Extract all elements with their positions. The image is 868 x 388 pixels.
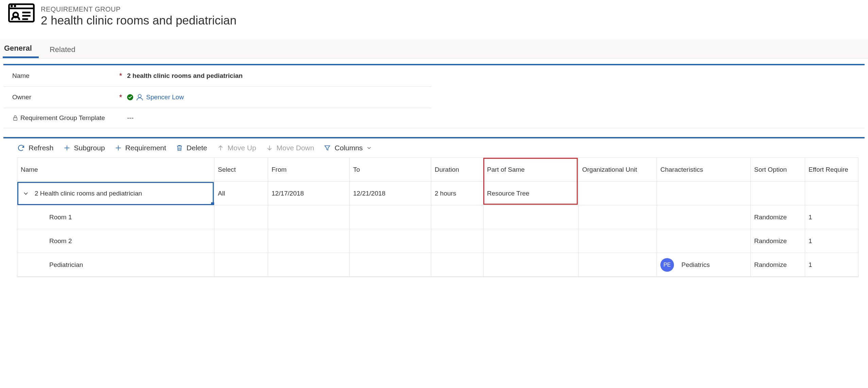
cell-name[interactable]: Room 1 bbox=[17, 205, 214, 229]
refresh-button[interactable]: Refresh bbox=[17, 144, 54, 152]
cell-select[interactable] bbox=[214, 229, 268, 253]
add-subgroup-button[interactable]: Subgroup bbox=[63, 144, 105, 152]
cell-select[interactable] bbox=[214, 253, 268, 276]
grid-row-child[interactable]: Room 1 Randomize 1 bbox=[17, 205, 858, 229]
entity-icon bbox=[8, 3, 35, 30]
col-header-characteristics[interactable]: Characteristics bbox=[657, 158, 751, 181]
delete-button[interactable]: Delete bbox=[176, 144, 207, 152]
col-header-orgunit[interactable]: Organizational Unit bbox=[579, 158, 657, 181]
col-header-duration[interactable]: Duration bbox=[431, 158, 484, 181]
tab-related[interactable]: Related bbox=[48, 40, 82, 58]
lock-icon bbox=[12, 115, 18, 121]
cell-orgunit[interactable] bbox=[579, 205, 657, 229]
requirements-grid-section: Refresh Subgroup Requirement Delete bbox=[3, 137, 865, 279]
tab-general[interactable]: General bbox=[3, 39, 39, 58]
cell-effort[interactable] bbox=[805, 182, 853, 205]
cell-effort[interactable]: 1 bbox=[805, 229, 853, 253]
cell-partofsame[interactable]: Resource Tree bbox=[484, 182, 579, 205]
cell-name[interactable]: Room 2 bbox=[17, 229, 214, 253]
grid-header-row: Name Select From To Duration Part of Sam… bbox=[17, 158, 858, 182]
grid-row-child[interactable]: Pediatrician PE Pediatrics Randomize 1 bbox=[17, 253, 858, 277]
page-title: 2 health clinic rooms and pediatrician bbox=[41, 13, 237, 28]
col-header-from[interactable]: From bbox=[268, 158, 350, 181]
cell-characteristics[interactable] bbox=[657, 205, 751, 229]
movedown-label: Move Down bbox=[277, 144, 314, 152]
grid-row-child[interactable]: Room 2 Randomize 1 bbox=[17, 229, 858, 253]
cell-duration[interactable]: 2 hours bbox=[431, 182, 484, 205]
svg-point-8 bbox=[138, 95, 141, 98]
characteristic-badge: PE bbox=[660, 258, 674, 272]
cell-to[interactable] bbox=[350, 253, 431, 276]
cell-sort[interactable]: Randomize bbox=[751, 229, 805, 253]
cell-duration[interactable] bbox=[431, 229, 484, 253]
cell-sort[interactable]: Randomize bbox=[751, 253, 805, 276]
cell-characteristics[interactable] bbox=[657, 182, 751, 205]
svg-rect-9 bbox=[14, 118, 17, 120]
cell-orgunit[interactable] bbox=[579, 229, 657, 253]
cell-partofsame[interactable] bbox=[484, 253, 579, 276]
svg-rect-2 bbox=[11, 5, 13, 7]
move-up-button[interactable]: Move Up bbox=[217, 144, 256, 152]
owner-link[interactable]: Spencer Low bbox=[146, 94, 184, 101]
plus-icon bbox=[63, 144, 71, 152]
name-field-value[interactable]: 2 health clinic rooms and pediatrician bbox=[127, 72, 243, 80]
entity-type-label: REQUIREMENT GROUP bbox=[41, 5, 237, 13]
cell-to[interactable] bbox=[350, 205, 431, 229]
template-field-value[interactable]: --- bbox=[127, 114, 134, 122]
cell-sort[interactable] bbox=[751, 182, 805, 205]
cell-to[interactable] bbox=[350, 229, 431, 253]
template-field-label: Requirement Group Template bbox=[12, 114, 118, 122]
cell-name[interactable]: Pediatrician bbox=[17, 253, 214, 276]
col-header-effort[interactable]: Effort Require bbox=[805, 158, 853, 181]
presence-available-icon bbox=[127, 94, 133, 100]
cell-effort[interactable]: 1 bbox=[805, 253, 853, 276]
col-header-sort[interactable]: Sort Option bbox=[751, 158, 805, 181]
col-header-name[interactable]: Name bbox=[17, 158, 214, 181]
cell-from[interactable] bbox=[268, 253, 350, 276]
cell-from[interactable] bbox=[268, 205, 350, 229]
cell-name-text: 2 Health clinic rooms and pediatrician bbox=[35, 190, 142, 197]
template-field-label-text: Requirement Group Template bbox=[20, 114, 105, 122]
cell-characteristics[interactable]: PE Pediatrics bbox=[657, 253, 751, 276]
cell-to[interactable]: 12/21/2018 bbox=[350, 182, 431, 205]
cell-characteristics[interactable] bbox=[657, 229, 751, 253]
columns-label: Columns bbox=[334, 144, 363, 152]
columns-button[interactable]: Columns bbox=[324, 144, 376, 152]
cell-orgunit[interactable] bbox=[579, 253, 657, 276]
cell-effort[interactable]: 1 bbox=[805, 205, 853, 229]
cell-name-selected[interactable]: 2 Health clinic rooms and pediatrician bbox=[17, 182, 214, 205]
add-requirement-button[interactable]: Requirement bbox=[115, 144, 166, 152]
requirement-label: Requirement bbox=[125, 144, 166, 152]
cell-from[interactable]: 12/17/2018 bbox=[268, 182, 350, 205]
required-indicator: * bbox=[118, 93, 124, 102]
chevron-down-icon[interactable] bbox=[22, 190, 29, 197]
move-down-button[interactable]: Move Down bbox=[266, 144, 314, 152]
cell-select[interactable] bbox=[214, 205, 268, 229]
tab-bar: General Related bbox=[0, 38, 868, 58]
owner-field-label: Owner bbox=[12, 94, 118, 101]
delete-label: Delete bbox=[187, 144, 207, 152]
col-header-partofsame[interactable]: Part of Same bbox=[484, 158, 579, 181]
characteristic-text: Pediatrics bbox=[681, 261, 710, 269]
cell-duration[interactable] bbox=[431, 205, 484, 229]
name-field-label: Name bbox=[12, 72, 118, 80]
cell-fill-handle[interactable] bbox=[211, 202, 214, 205]
svg-rect-3 bbox=[14, 5, 16, 7]
cell-orgunit[interactable] bbox=[579, 182, 657, 205]
general-form-section: Name * 2 health clinic rooms and pediatr… bbox=[3, 64, 865, 128]
arrow-up-icon bbox=[217, 144, 224, 152]
cell-sort[interactable]: Randomize bbox=[751, 205, 805, 229]
refresh-label: Refresh bbox=[29, 144, 54, 152]
cell-select[interactable]: All bbox=[214, 182, 268, 205]
col-header-to[interactable]: To bbox=[350, 158, 431, 181]
required-indicator: * bbox=[118, 71, 124, 80]
refresh-icon bbox=[17, 144, 25, 152]
requirements-grid: Name Select From To Duration Part of Sam… bbox=[17, 157, 858, 277]
cell-duration[interactable] bbox=[431, 253, 484, 276]
grid-row-root[interactable]: 2 Health clinic rooms and pediatrician A… bbox=[17, 182, 858, 205]
col-header-select[interactable]: Select bbox=[214, 158, 268, 181]
owner-field-value[interactable]: Spencer Low bbox=[127, 94, 184, 101]
cell-partofsame[interactable] bbox=[484, 229, 579, 253]
cell-from[interactable] bbox=[268, 229, 350, 253]
cell-partofsame[interactable] bbox=[484, 205, 579, 229]
